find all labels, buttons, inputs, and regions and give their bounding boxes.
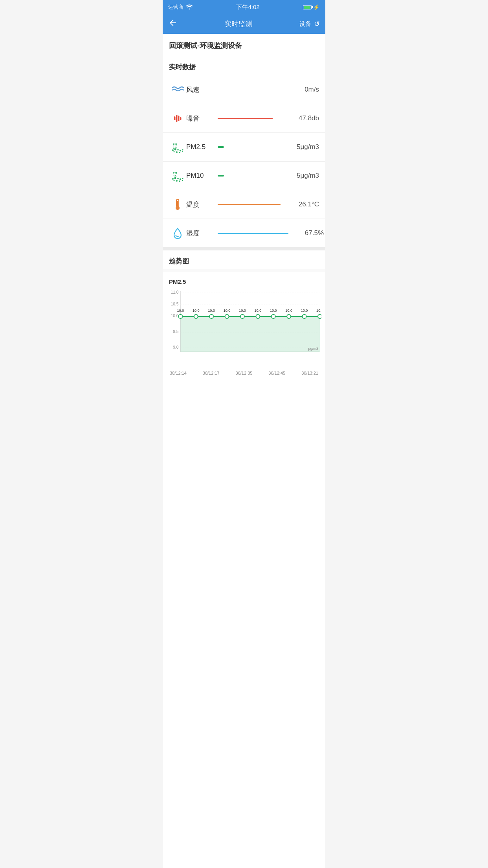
realtime-section-header: 实时数据 bbox=[163, 56, 325, 75]
svg-point-49 bbox=[287, 314, 291, 318]
humidity-icon bbox=[169, 224, 186, 242]
svg-point-17 bbox=[172, 178, 174, 180]
lightning-icon: ⚡ bbox=[313, 4, 320, 10]
trend-section: 趋势图 PM2.5 11.0 10.5 10.0 9.5 9.0 bbox=[163, 247, 325, 379]
svg-point-47 bbox=[256, 314, 260, 318]
x-label-5: 30/13:21 bbox=[301, 371, 318, 375]
pm10-bar-area bbox=[218, 175, 284, 177]
noise-bar bbox=[218, 118, 273, 119]
humidity-bar-area bbox=[218, 233, 288, 234]
humidity-label: 湿度 bbox=[186, 229, 218, 238]
refresh-icon[interactable]: ↺ bbox=[314, 20, 320, 28]
temp-label: 温度 bbox=[186, 200, 218, 209]
svg-point-10 bbox=[182, 149, 183, 151]
svg-text:10.5: 10.5 bbox=[171, 302, 179, 306]
pm25-row: PM 2.5 PM2.5 5μg/m3 bbox=[163, 133, 325, 162]
x-label-4: 30/12:45 bbox=[268, 371, 285, 375]
wind-icon bbox=[169, 81, 186, 98]
svg-point-50 bbox=[303, 314, 306, 318]
nav-title: 实时监测 bbox=[224, 19, 253, 29]
svg-point-43 bbox=[194, 314, 198, 318]
chart-title: PM2.5 bbox=[167, 278, 321, 289]
temp-value: 26.1°C bbox=[284, 200, 319, 208]
svg-point-24 bbox=[179, 180, 180, 182]
chart-svg: 11.0 10.5 10.0 9.5 9.0 bbox=[167, 289, 321, 368]
svg-text:10.0: 10.0 bbox=[239, 309, 246, 313]
svg-rect-0 bbox=[174, 116, 176, 120]
svg-point-23 bbox=[176, 180, 178, 182]
svg-point-8 bbox=[177, 149, 179, 151]
noise-row: 噪音 47.8db bbox=[163, 104, 325, 133]
x-label-2: 30/12:17 bbox=[203, 371, 220, 375]
chart-container: 11.0 10.5 10.0 9.5 9.0 bbox=[167, 289, 321, 375]
svg-point-14 bbox=[182, 151, 183, 153]
svg-rect-2 bbox=[178, 116, 180, 121]
wind-row: 风速 0m/s bbox=[163, 75, 325, 104]
pm10-icon: PM 10 bbox=[169, 167, 186, 184]
svg-point-9 bbox=[180, 150, 181, 151]
svg-point-12 bbox=[176, 151, 178, 153]
noise-bar-area bbox=[218, 118, 284, 119]
svg-rect-3 bbox=[180, 117, 182, 120]
pm25-label: PM2.5 bbox=[186, 143, 218, 151]
svg-text:10.0: 10.0 bbox=[224, 309, 231, 313]
carrier-label: 运营商 bbox=[168, 4, 183, 11]
device-title: 回滚测试-环境监测设备 bbox=[163, 34, 325, 56]
svg-text:10.0: 10.0 bbox=[177, 309, 184, 313]
chart-section: PM2.5 11.0 10.5 10.0 9.5 9.0 bbox=[163, 272, 325, 379]
main-content: 回滚测试-环境监测设备 实时数据 风速 0m/s 噪音 47.8db bbox=[163, 34, 325, 868]
pm25-icon: PM 2.5 bbox=[169, 138, 186, 156]
x-label-3: 30/12:35 bbox=[236, 371, 253, 375]
svg-point-20 bbox=[180, 178, 181, 180]
status-right: ⚡ bbox=[303, 4, 320, 10]
nav-bar: 实时监测 设备 ↺ bbox=[163, 14, 325, 34]
pm25-bar bbox=[218, 146, 224, 148]
noise-value: 47.8db bbox=[284, 114, 319, 122]
svg-point-19 bbox=[177, 178, 179, 179]
status-left: 运营商 bbox=[168, 4, 193, 11]
svg-text:PM: PM bbox=[173, 172, 177, 175]
nav-right-button[interactable]: 设备 ↺ bbox=[299, 20, 320, 28]
svg-text:10.0: 10.0 bbox=[171, 314, 179, 318]
pm25-value: 5μg/m3 bbox=[284, 143, 319, 151]
svg-point-45 bbox=[225, 314, 229, 318]
temp-row: 温度 26.1°C bbox=[163, 190, 325, 219]
svg-point-42 bbox=[178, 314, 182, 318]
x-label-1: 30/12:14 bbox=[170, 371, 187, 375]
svg-point-6 bbox=[172, 149, 174, 151]
svg-text:μg/m3: μg/m3 bbox=[308, 347, 318, 351]
svg-point-18 bbox=[174, 177, 176, 179]
svg-text:10.0: 10.0 bbox=[270, 309, 277, 313]
svg-point-22 bbox=[174, 180, 175, 181]
pm10-bar bbox=[218, 175, 224, 177]
pm25-bar-area bbox=[218, 146, 284, 148]
svg-text:9.5: 9.5 bbox=[173, 329, 178, 334]
noise-icon bbox=[169, 110, 186, 127]
svg-point-51 bbox=[318, 314, 321, 318]
svg-text:10.0: 10.0 bbox=[208, 309, 215, 313]
svg-rect-28 bbox=[177, 201, 178, 206]
svg-marker-41 bbox=[180, 316, 320, 352]
battery-icon bbox=[303, 5, 312, 9]
svg-text:10.0: 10.0 bbox=[193, 309, 200, 313]
svg-text:10.0: 10.0 bbox=[316, 309, 321, 313]
svg-point-21 bbox=[182, 178, 183, 179]
temp-icon bbox=[169, 196, 186, 213]
humidity-row: 湿度 67.5% bbox=[163, 219, 325, 247]
status-bar: 运营商 下午4:02 ⚡ bbox=[163, 0, 325, 14]
pm10-row: PM 10 PM10 5μg/m3 bbox=[163, 162, 325, 190]
svg-text:10.0: 10.0 bbox=[301, 309, 308, 313]
svg-point-44 bbox=[209, 314, 213, 318]
wifi-icon bbox=[186, 4, 193, 11]
back-button[interactable] bbox=[168, 18, 178, 30]
svg-text:10.0: 10.0 bbox=[285, 309, 292, 313]
svg-point-13 bbox=[179, 152, 180, 153]
svg-text:PM: PM bbox=[173, 143, 177, 146]
svg-point-11 bbox=[174, 151, 175, 153]
svg-point-7 bbox=[174, 149, 176, 151]
svg-point-48 bbox=[272, 314, 275, 318]
temp-bar-area bbox=[218, 204, 284, 205]
status-time: 下午4:02 bbox=[236, 4, 259, 11]
svg-text:10.0: 10.0 bbox=[255, 309, 262, 313]
noise-label: 噪音 bbox=[186, 114, 218, 123]
